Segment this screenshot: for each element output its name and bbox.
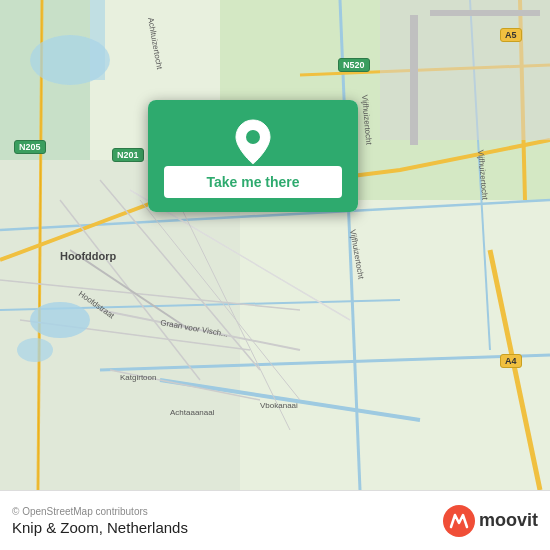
- take-me-there-button[interactable]: Take me there: [164, 166, 342, 198]
- place-label-hoofddorp: Hoofddorp: [60, 250, 116, 262]
- svg-text:Katgirtoon: Katgirtoon: [120, 373, 156, 382]
- svg-rect-29: [90, 0, 105, 80]
- svg-rect-32: [430, 10, 540, 16]
- road-badge-a4: A4: [500, 354, 522, 368]
- osm-credit: © OpenStreetMap contributors: [12, 506, 188, 517]
- footer-left: © OpenStreetMap contributors Knip & Zoom…: [12, 506, 188, 536]
- road-badge-n201: N201: [112, 148, 144, 162]
- moovit-logo: moovit: [443, 505, 538, 537]
- svg-text:Vbokanaai: Vbokanaai: [260, 401, 298, 410]
- svg-point-27: [17, 338, 53, 362]
- map-container: Vijfhuizertocht Vijfhuizertocht Vijfhuiz…: [0, 0, 550, 490]
- road-badge-a5: A5: [500, 28, 522, 42]
- map-pin-icon: [233, 118, 273, 158]
- road-badge-n520: N520: [338, 58, 370, 72]
- svg-point-42: [246, 130, 260, 144]
- location-title: Knip & Zoom, Netherlands: [12, 519, 188, 536]
- popup-green-area: Take me there: [148, 100, 358, 212]
- road-badge-n205: N205: [14, 140, 46, 154]
- svg-rect-31: [410, 15, 418, 145]
- footer: © OpenStreetMap contributors Knip & Zoom…: [0, 490, 550, 550]
- svg-rect-30: [380, 0, 550, 140]
- moovit-icon: [443, 505, 475, 537]
- svg-text:Achtaaanaal: Achtaaanaal: [170, 408, 215, 417]
- svg-point-26: [30, 302, 90, 338]
- moovit-label: moovit: [479, 510, 538, 531]
- map-background: Vijfhuizertocht Vijfhuizertocht Vijfhuiz…: [0, 0, 550, 490]
- map-popup: Take me there: [148, 100, 358, 212]
